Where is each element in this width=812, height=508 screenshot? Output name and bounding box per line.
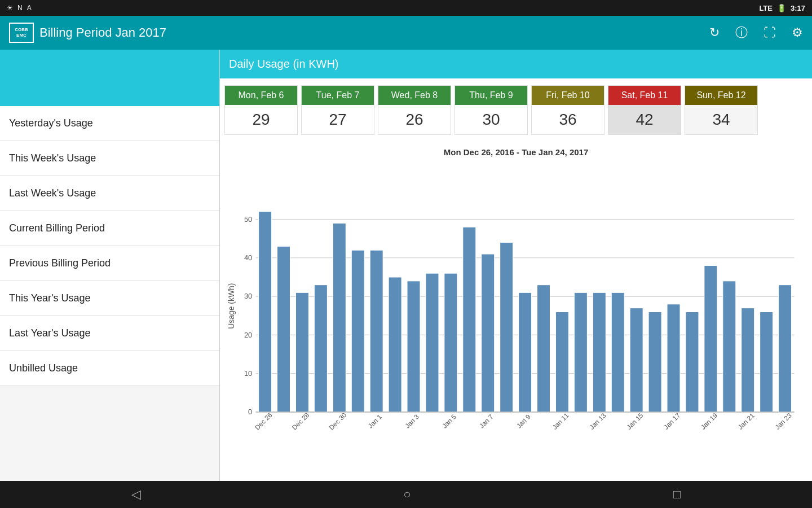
svg-rect-25 <box>500 243 513 412</box>
day-value: 27 <box>323 105 352 134</box>
svg-rect-18 <box>370 250 383 412</box>
svg-rect-21 <box>426 273 439 412</box>
day-card[interactable]: Mon, Feb 629 <box>224 85 298 135</box>
sidebar-item-unbilled[interactable]: Unbilled Usage <box>0 351 219 386</box>
day-header: Fri, Feb 10 <box>532 86 604 105</box>
svg-rect-17 <box>351 250 364 412</box>
sidebar-item-last-week[interactable]: Last Week's Usage <box>0 176 219 211</box>
recent-button[interactable]: □ <box>673 487 681 502</box>
day-card[interactable]: Thu, Feb 930 <box>454 85 528 135</box>
sidebar-item-yesterday[interactable]: Yesterday's Usage <box>0 106 219 141</box>
title-bar: COBB EMC Billing Period Jan 2017 ↻ ⓘ ⛶ ⚙ <box>0 16 812 50</box>
sidebar-item-this-year[interactable]: This Year's Usage <box>0 281 219 316</box>
day-header: Thu, Feb 9 <box>455 86 527 105</box>
svg-text:Usage (kWh): Usage (kWh) <box>227 283 236 329</box>
svg-rect-35 <box>686 312 699 412</box>
settings-icon[interactable]: ⚙ <box>792 25 803 40</box>
refresh-icon[interactable]: ↻ <box>709 25 720 40</box>
svg-text:Dec 28: Dec 28 <box>290 411 311 432</box>
status-left-icons: ☀ N A <box>7 4 32 12</box>
fullscreen-icon[interactable]: ⛶ <box>764 25 776 40</box>
sidebar-top-banner <box>0 50 219 106</box>
svg-rect-27 <box>537 285 550 412</box>
bottom-nav: ◁ ○ □ <box>0 481 812 508</box>
day-header: Sun, Feb 12 <box>685 86 757 105</box>
svg-text:Jan 9: Jan 9 <box>515 413 532 430</box>
svg-text:30: 30 <box>244 292 252 300</box>
svg-text:Jan 19: Jan 19 <box>699 411 719 431</box>
sidebar-item-this-week[interactable]: This Week's Usage <box>0 141 219 176</box>
svg-rect-38 <box>742 308 754 412</box>
sidebar-item-last-year[interactable]: Last Year's Usage <box>0 316 219 351</box>
svg-rect-36 <box>704 265 717 411</box>
status-right: LTE 🔋 3:17 <box>759 4 805 12</box>
home-button[interactable]: ○ <box>403 487 411 502</box>
svg-text:10: 10 <box>244 369 252 378</box>
svg-text:Jan 1: Jan 1 <box>367 413 383 430</box>
sidebar: Yesterday's Usage This Week's Usage Last… <box>0 50 220 481</box>
svg-rect-14 <box>295 292 308 412</box>
day-value: 30 <box>476 105 505 134</box>
svg-rect-19 <box>389 277 401 412</box>
battery-icon: 🔋 <box>777 4 786 12</box>
svg-text:50: 50 <box>244 215 252 224</box>
bar-chart: 01020304050Dec 26Dec 28Dec 30Jan 1Jan 3J… <box>226 161 806 481</box>
day-card[interactable]: Wed, Feb 826 <box>378 85 451 135</box>
svg-text:Jan 17: Jan 17 <box>662 411 682 431</box>
chart-container: 01020304050Dec 26Dec 28Dec 30Jan 1Jan 3J… <box>226 161 806 481</box>
sidebar-item-current-billing[interactable]: Current Billing Period <box>0 211 219 246</box>
logo: COBB EMC <box>9 23 34 43</box>
daily-usage-header: Daily Usage (in KWH) <box>220 50 812 78</box>
svg-text:Jan 13: Jan 13 <box>588 411 608 431</box>
status-bar: ☀ N A LTE 🔋 3:17 <box>0 0 812 16</box>
svg-rect-29 <box>574 292 587 412</box>
svg-text:Jan 5: Jan 5 <box>440 413 458 430</box>
clock: 3:17 <box>791 4 805 12</box>
svg-text:Dec 26: Dec 26 <box>253 411 274 432</box>
signal-icon: LTE <box>759 4 773 12</box>
chart-date-range: Mon Dec 26, 2016 - Tue Jan 24, 2017 <box>226 147 806 157</box>
svg-rect-16 <box>333 223 346 412</box>
svg-text:Dec 30: Dec 30 <box>328 411 348 432</box>
svg-rect-32 <box>630 308 643 412</box>
day-card[interactable]: Sun, Feb 1234 <box>685 85 758 135</box>
svg-text:40: 40 <box>244 253 252 262</box>
svg-text:Jan 23: Jan 23 <box>774 411 793 431</box>
sidebar-item-previous-billing[interactable]: Previous Billing Period <box>0 246 219 281</box>
day-card[interactable]: Tue, Feb 727 <box>301 85 374 135</box>
svg-rect-12 <box>259 212 272 412</box>
svg-text:Jan 3: Jan 3 <box>404 413 421 430</box>
day-card[interactable]: Sat, Feb 1142 <box>608 85 681 135</box>
svg-text:0: 0 <box>248 408 252 416</box>
day-card[interactable]: Fri, Feb 1036 <box>531 85 604 135</box>
title-icons: ↻ ⓘ ⛶ ⚙ <box>709 24 803 41</box>
svg-rect-22 <box>444 273 457 412</box>
back-button[interactable]: ◁ <box>131 487 141 502</box>
svg-rect-31 <box>611 292 624 412</box>
sun-icon: ☀ <box>7 4 13 12</box>
day-value: 29 <box>246 105 275 134</box>
svg-text:Jan 11: Jan 11 <box>551 411 571 431</box>
svg-rect-26 <box>519 292 532 412</box>
info-icon[interactable]: ⓘ <box>735 24 748 41</box>
day-cards: Mon, Feb 629Tue, Feb 727Wed, Feb 826Thu,… <box>220 78 812 142</box>
content-area: Daily Usage (in KWH) Mon, Feb 629Tue, Fe… <box>220 50 812 481</box>
svg-rect-28 <box>555 312 568 412</box>
svg-text:20: 20 <box>244 331 252 339</box>
a-icon: A <box>27 4 32 12</box>
svg-rect-24 <box>482 254 495 412</box>
day-header: Sat, Feb 11 <box>608 86 681 105</box>
day-value: 36 <box>553 105 582 134</box>
svg-rect-34 <box>667 304 680 412</box>
n-icon: N <box>17 4 23 12</box>
svg-rect-15 <box>314 285 327 412</box>
day-header: Wed, Feb 8 <box>378 86 451 105</box>
svg-rect-23 <box>463 227 476 412</box>
svg-rect-40 <box>779 285 792 412</box>
chart-section: Mon Dec 26, 2016 - Tue Jan 24, 2017 0102… <box>220 142 812 481</box>
svg-text:Jan 15: Jan 15 <box>625 411 645 431</box>
day-value: 34 <box>707 105 735 134</box>
day-header: Tue, Feb 7 <box>302 86 374 105</box>
page-title: Billing Period Jan 2017 <box>39 25 166 40</box>
svg-rect-20 <box>407 281 420 412</box>
